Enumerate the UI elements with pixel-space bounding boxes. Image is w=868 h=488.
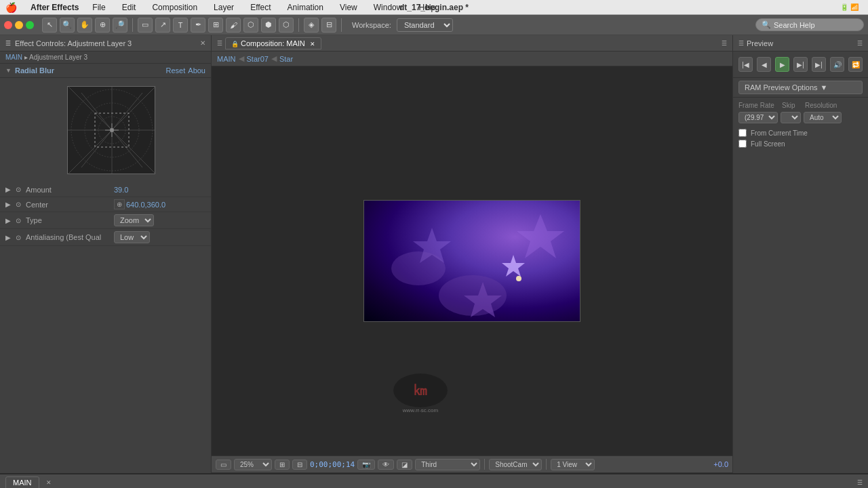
- center-value[interactable]: 640.0,360.0: [126, 201, 165, 209]
- close-window-btn[interactable]: [4, 21, 12, 29]
- comp-bg: [364, 201, 580, 321]
- minimize-window-btn[interactable]: [15, 21, 23, 29]
- skip-select[interactable]: 0 1 2: [781, 112, 801, 123]
- play-btn[interactable]: ▶: [775, 57, 789, 72]
- breadcrumb-main[interactable]: MAIN: [5, 54, 22, 61]
- resolution-select[interactable]: Auto Full Half: [804, 112, 842, 123]
- menu-composition[interactable]: Composition: [149, 1, 200, 14]
- aa-twirl[interactable]: ▶: [5, 234, 11, 241]
- viewer-transparency-btn[interactable]: ◪: [397, 460, 412, 470]
- center-label: Center: [26, 201, 114, 209]
- apple-logo-icon[interactable]: 🍎: [5, 2, 17, 13]
- reset-btn[interactable]: Reset: [166, 66, 186, 75]
- comp-tab-main[interactable]: 🔒 Composition: MAIN ✕: [225, 37, 321, 49]
- panel-close-btn[interactable]: ✕: [200, 39, 205, 47]
- tool-roto[interactable]: ⬢: [261, 18, 276, 33]
- comp-lock-icon: 🔒: [231, 41, 239, 47]
- tool-hand[interactable]: ✋: [77, 18, 92, 33]
- from-current-time-checkbox[interactable]: [738, 129, 747, 137]
- effect-controls-panel: ☰ Effect Controls: Adjustment Layer 3 ✕ …: [0, 35, 212, 473]
- comp-tab-close[interactable]: ✕: [310, 41, 315, 47]
- maximize-window-btn[interactable]: [26, 21, 34, 29]
- close-tab-icon[interactable]: ✕: [46, 479, 52, 486]
- timeline-options[interactable]: ☰: [857, 479, 863, 486]
- menu-edit[interactable]: Edit: [119, 1, 139, 14]
- ram-preview-dropdown[interactable]: RAM Preview Options ▼: [738, 81, 863, 94]
- search-input[interactable]: [774, 21, 862, 29]
- effect-twirl[interactable]: ▼: [5, 67, 12, 74]
- viewer-fit-btn[interactable]: ⊞: [275, 460, 290, 470]
- preview-panel-options[interactable]: ☰: [857, 40, 863, 47]
- comp-panel-options[interactable]: ☰: [722, 40, 727, 47]
- panel-menu-icon[interactable]: ☰: [5, 40, 11, 47]
- search-box[interactable]: 🔍: [755, 18, 864, 31]
- tool-snap[interactable]: ⊟: [321, 18, 336, 33]
- center-twirl[interactable]: ▶: [5, 201, 11, 208]
- view-dropdown[interactable]: Third Active Camera: [415, 459, 480, 470]
- tool-anchor[interactable]: ◈: [304, 18, 319, 33]
- tool-puppet[interactable]: ⬡: [279, 18, 294, 33]
- preview-title: Preview: [747, 39, 773, 47]
- tool-search[interactable]: 🔍: [60, 18, 75, 33]
- tool-zoom[interactable]: 🔎: [113, 18, 127, 33]
- audio-btn[interactable]: 🔊: [830, 57, 844, 72]
- comp-panel-menu[interactable]: ☰: [217, 40, 222, 47]
- viewer-offset: +0.0: [713, 460, 728, 468]
- amount-label: Amount: [26, 186, 114, 194]
- tool-orbit[interactable]: ⊕: [95, 18, 110, 33]
- type-dropdown[interactable]: Zoom Spin: [114, 214, 154, 226]
- workspace-dropdown[interactable]: Standard All Panels Minimal: [397, 18, 453, 32]
- breadcrumb-sep-2: ◀: [271, 54, 277, 63]
- view-count-dropdown[interactable]: 1 View 2 Views: [551, 459, 595, 470]
- aa-icon: ⊙: [14, 232, 23, 242]
- about-btn[interactable]: Abou: [188, 66, 205, 75]
- tool-eraser[interactable]: ⬡: [243, 18, 258, 33]
- amount-twirl[interactable]: ▶: [5, 186, 11, 193]
- menu-effect[interactable]: Effect: [248, 1, 273, 14]
- step-back-btn[interactable]: ◀: [757, 57, 771, 72]
- menu-layer[interactable]: Layer: [211, 1, 237, 14]
- tool-pen[interactable]: ✒: [191, 18, 205, 33]
- go-end-btn[interactable]: ▶|: [812, 57, 826, 72]
- viewer-draft-btn[interactable]: 👁: [378, 460, 394, 470]
- toolbar-sep-2: [298, 18, 299, 32]
- panel-header: ☰ Effect Controls: Adjustment Layer 3 ✕: [0, 35, 211, 52]
- tool-clone[interactable]: ⊞: [208, 18, 223, 33]
- breadcrumb-star[interactable]: Star: [279, 55, 293, 63]
- loop-btn[interactable]: 🔁: [848, 57, 863, 72]
- breadcrumb-main[interactable]: MAIN: [217, 55, 236, 63]
- tool-text[interactable]: T: [173, 18, 188, 33]
- viewer-safe-btn[interactable]: ⊟: [292, 460, 307, 470]
- breadcrumb-star07[interactable]: Star07: [247, 55, 269, 63]
- effect-breadcrumb: MAIN ▸ Adjustment Layer 3: [0, 52, 211, 64]
- tool-rect[interactable]: ▭: [138, 18, 153, 33]
- ram-preview-label: RAM Preview Options: [745, 83, 818, 92]
- svg-marker-21: [502, 255, 525, 277]
- tool-pointer[interactable]: ↗: [155, 18, 170, 33]
- menu-file[interactable]: File: [90, 1, 108, 14]
- menu-view[interactable]: View: [337, 1, 360, 14]
- viewer-area: [212, 66, 732, 455]
- preview-menu-icon[interactable]: ☰: [738, 40, 744, 47]
- go-start-btn[interactable]: |◀: [738, 57, 753, 72]
- center-crosshair[interactable]: ⊕: [114, 199, 125, 209]
- zoom-dropdown[interactable]: 25% 50% 100%: [234, 459, 272, 470]
- menu-animation[interactable]: Animation: [285, 1, 326, 14]
- type-twirl[interactable]: ▶: [5, 217, 11, 224]
- full-screen-checkbox[interactable]: [738, 140, 747, 148]
- step-fwd-btn[interactable]: ▶|: [793, 57, 808, 72]
- center-area: ☰ 🔒 Composition: MAIN ✕ ☰ MAIN ◀ Star07 …: [212, 35, 732, 473]
- amount-value[interactable]: 39.0: [114, 186, 128, 194]
- tool-brush[interactable]: 🖌: [226, 18, 241, 33]
- viewer-region-btn[interactable]: ▭: [216, 460, 231, 470]
- timeline-tab-main[interactable]: MAIN: [5, 476, 39, 489]
- timecode-display: 0;00;00;14: [310, 460, 355, 469]
- viewer-snap-btn[interactable]: 📷: [357, 460, 375, 470]
- radial-blur-svg: [68, 86, 155, 174]
- svg-line-9: [112, 93, 142, 130]
- camera-dropdown[interactable]: ShootCam: [489, 459, 542, 470]
- tool-select[interactable]: ↖: [42, 18, 57, 33]
- frame-rate-select[interactable]: (29.97) 30 24: [738, 112, 778, 123]
- aa-dropdown[interactable]: Low High: [114, 231, 150, 243]
- panel-title: Effect Controls: Adjustment Layer 3: [15, 39, 196, 47]
